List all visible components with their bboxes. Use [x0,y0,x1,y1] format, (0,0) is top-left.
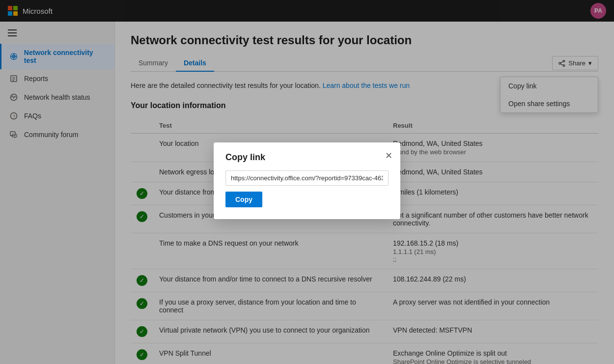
modal-overlay[interactable]: Copy link ✕ Copy [0,0,614,364]
modal-title: Copy link [225,152,389,163]
modal-close-button[interactable]: ✕ [385,150,392,161]
copy-link-modal: Copy link ✕ Copy [214,142,400,219]
url-input[interactable] [225,170,389,186]
copy-button[interactable]: Copy [225,192,262,207]
